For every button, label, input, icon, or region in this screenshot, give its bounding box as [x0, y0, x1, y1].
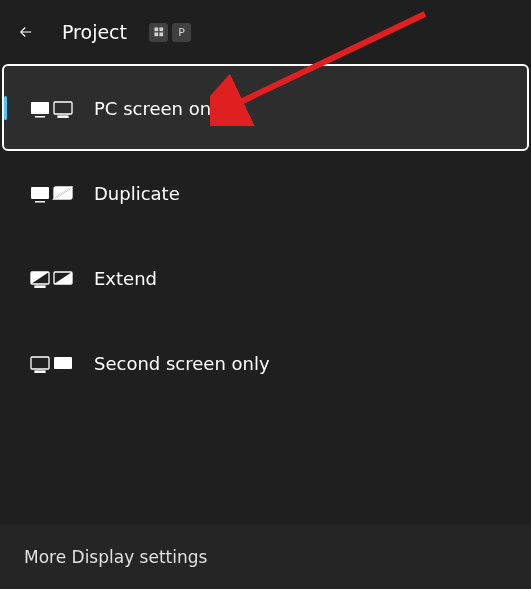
- option-label: PC screen only: [94, 98, 227, 119]
- header: Project P: [0, 0, 531, 64]
- option-duplicate[interactable]: Duplicate: [4, 151, 527, 234]
- windows-key-icon: [149, 23, 168, 42]
- option-label: Duplicate: [94, 183, 180, 204]
- svg-rect-1: [159, 27, 163, 31]
- page-title: Project: [62, 21, 127, 43]
- footer-link-text: More Display settings: [24, 547, 507, 567]
- option-pc-screen-only[interactable]: PC screen only: [4, 66, 527, 149]
- p-key: P: [172, 23, 191, 42]
- option-extend[interactable]: Extend: [4, 236, 527, 319]
- second-screen-only-icon: [30, 354, 74, 374]
- arrow-left-icon: [17, 23, 35, 41]
- svg-rect-9: [35, 201, 45, 203]
- svg-rect-7: [58, 116, 68, 117]
- svg-rect-5: [35, 116, 45, 118]
- svg-rect-15: [54, 357, 72, 369]
- back-button[interactable]: [12, 18, 40, 46]
- more-display-settings-link[interactable]: More Display settings: [0, 525, 531, 589]
- svg-rect-14: [35, 371, 45, 372]
- keyboard-shortcut: P: [149, 23, 191, 42]
- svg-rect-8: [31, 187, 49, 199]
- project-options: PC screen only Duplicate Extend: [0, 66, 531, 404]
- svg-rect-6: [54, 102, 72, 114]
- pc-screen-only-icon: [30, 99, 74, 119]
- svg-rect-11: [35, 286, 45, 287]
- svg-rect-3: [159, 32, 163, 36]
- option-label: Second screen only: [94, 353, 270, 374]
- duplicate-icon: [30, 184, 74, 204]
- extend-icon: [30, 269, 74, 289]
- option-second-screen-only[interactable]: Second screen only: [4, 321, 527, 404]
- svg-rect-4: [31, 102, 49, 114]
- svg-rect-2: [154, 32, 158, 36]
- svg-rect-0: [154, 27, 158, 31]
- option-label: Extend: [94, 268, 157, 289]
- svg-rect-13: [31, 357, 49, 369]
